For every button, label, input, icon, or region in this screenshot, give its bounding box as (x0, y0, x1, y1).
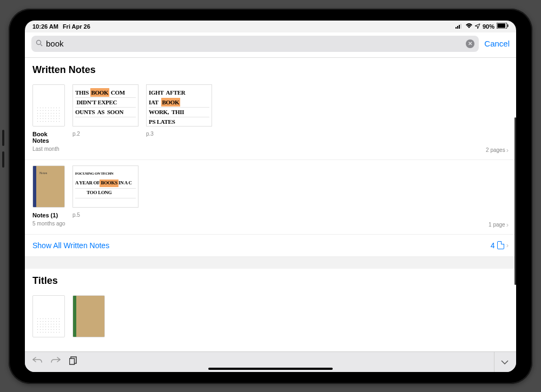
section-header-titles: Titles (25, 269, 516, 290)
svg-rect-3 (460, 24, 461, 29)
svg-rect-10 (70, 358, 75, 364)
result-date: 5 months ago (32, 221, 65, 229)
search-icon (36, 39, 43, 48)
notebook-thumbnail[interactable]: Notes (32, 165, 65, 208)
svg-rect-5 (498, 24, 506, 28)
page-label: p.5 (72, 212, 138, 218)
cancel-button[interactable]: Cancel (484, 39, 510, 48)
svg-line-8 (41, 44, 42, 46)
chevron-down-icon[interactable] (501, 357, 509, 366)
wifi-icon (465, 23, 473, 30)
search-bar: book ✕ Cancel (25, 32, 516, 58)
result-date: Last month (32, 146, 59, 154)
chevron-right-icon: › (506, 241, 509, 249)
page-thumbnail[interactable]: FOCUSING ON TECHN A YEAR OF BOOKS IN A C… (72, 165, 138, 208)
status-bar: 10:26 AM Fri Apr 26 90% (25, 21, 516, 32)
result-page-count: 2 pages (486, 147, 505, 153)
show-all-button[interactable]: Show All Written Notes 4 › (25, 235, 516, 257)
clear-search-button[interactable]: ✕ (466, 39, 474, 48)
show-all-count: 4 (491, 241, 495, 250)
chevron-right-icon: › (506, 221, 509, 229)
search-input[interactable]: book ✕ (31, 36, 479, 52)
result-row[interactable]: Notes FOCUSING ON TECHN A YEAR OF BOOKS … (25, 160, 516, 210)
document-icon (497, 241, 504, 249)
location-icon (475, 23, 480, 30)
section-header-written: Written Notes (25, 58, 516, 79)
result-row[interactable]: THIS BOOK COM DIDN'T EXPEC OUNTS AS SOON… (25, 79, 516, 129)
result-row[interactable] (25, 290, 516, 340)
result-title: Notes (1) (32, 212, 65, 218)
home-indicator[interactable] (208, 368, 333, 370)
result-page-count: 1 page (489, 222, 505, 228)
svg-rect-1 (457, 26, 458, 29)
result-title: Book Notes (32, 131, 65, 144)
page-label: p.2 (72, 131, 138, 144)
notebook-thumbnail[interactable] (32, 295, 65, 337)
notebook-thumbnail[interactable] (32, 84, 65, 127)
notebook-thumbnail[interactable] (72, 295, 105, 337)
svg-point-7 (37, 40, 41, 44)
chevron-right-icon: › (506, 146, 509, 154)
status-date: Fri Apr 26 (63, 23, 90, 30)
undo-button[interactable] (32, 356, 42, 367)
status-time: 10:26 AM (32, 23, 58, 30)
svg-rect-2 (459, 25, 460, 29)
battery-icon (497, 23, 509, 30)
page-thumbnail[interactable]: IGHT AFTER IAT BOOK WORK, THII PS LATES (146, 84, 212, 127)
battery-percent: 90% (483, 23, 494, 30)
results-scroll[interactable]: Written Notes THIS BOOK COM DIDN'T EXPEC… (25, 58, 516, 351)
redo-button[interactable] (51, 356, 61, 367)
page-thumbnail[interactable]: THIS BOOK COM DIDN'T EXPEC OUNTS AS SOON (72, 84, 138, 127)
svg-rect-0 (456, 27, 457, 29)
page-label: p.3 (146, 131, 212, 144)
search-value: book (46, 39, 463, 48)
signal-icon (456, 23, 463, 30)
show-all-label: Show All Written Notes (32, 241, 109, 250)
clipboard-button[interactable] (69, 356, 77, 367)
svg-rect-6 (507, 24, 509, 27)
